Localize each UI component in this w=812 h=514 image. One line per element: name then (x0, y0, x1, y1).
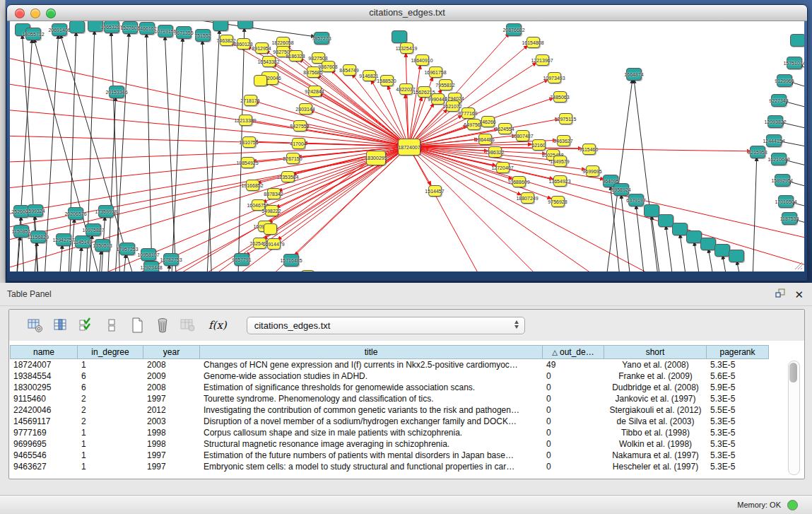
graph-node[interactable] (237, 21, 253, 29)
graph-node[interactable]: 18724007 (398, 139, 420, 156)
graph-node[interactable]: 7955812 (439, 79, 452, 90)
graph-node[interactable]: 20153346 (109, 86, 124, 98)
table-row[interactable]: 911546021997Tourette syndrome. Phenomeno… (10, 393, 769, 404)
table-cell[interactable]: 0 (543, 438, 604, 450)
table-row[interactable]: 977716911998Corpus callosum shape and si… (10, 427, 769, 438)
table-row[interactable]: 2242004622012Investigating the contribut… (10, 404, 769, 416)
table-cell[interactable]: 18300295 (10, 382, 78, 393)
graph-node[interactable]: 12444154 (766, 134, 782, 147)
table-cell[interactable]: Hescheler et al. (1997) (604, 461, 707, 472)
graph-node[interactable]: 9777169 (461, 107, 475, 119)
graph-node[interactable]: 9463627 (557, 135, 570, 146)
column-header-short[interactable]: short (604, 345, 707, 359)
graph-node[interactable]: 18807249 (521, 192, 534, 204)
graph-node[interactable] (714, 244, 730, 257)
table-cell[interactable]: Dudbridge et al. (2008) (604, 382, 707, 393)
graph-node[interactable]: 8878342 (267, 188, 281, 199)
table-cell[interactable]: 9777169 (10, 427, 78, 438)
graph-node[interactable]: 1187533 (782, 212, 797, 225)
table-cell[interactable]: Estimation of the future numbers of pati… (200, 450, 543, 461)
column-header-title[interactable]: title (200, 345, 543, 359)
table-cell[interactable]: Tibbo et al. (1998) (604, 427, 707, 438)
table-cell[interactable]: 5.9E-5 (707, 382, 769, 393)
table-cell[interactable]: Franke et al. (2009) (604, 370, 707, 382)
table-cell[interactable]: 9465546 (10, 450, 78, 461)
graph-node[interactable]: 4822037 (399, 83, 413, 95)
graph-node[interactable]: 7463822 (220, 35, 233, 46)
float-window-icon[interactable] (775, 288, 786, 300)
table-row[interactable]: 1456911722003Disruption of a novel membe… (10, 416, 769, 427)
graph-node[interactable]: 16782753 (163, 253, 179, 266)
graph-node[interactable]: 17957253 (119, 243, 135, 255)
graph-node[interactable]: 9115460 (582, 144, 596, 155)
graph-node[interactable]: 9756928 (551, 196, 565, 207)
table-cell[interactable]: 5.3E-5 (707, 393, 769, 404)
table-row[interactable]: 969969511998Structural magnetic resonanc… (10, 438, 769, 450)
graph-node[interactable] (686, 230, 702, 243)
table-cell[interactable]: 5.3E-5 (707, 438, 769, 450)
graph-node[interactable]: 10653287 (104, 21, 119, 33)
graph-node[interactable]: 1527602 (122, 21, 138, 34)
table-cell[interactable]: 19384554 (10, 370, 78, 382)
graph-node[interactable] (254, 75, 267, 86)
graph-node[interactable]: 15751074 (787, 57, 802, 69)
graph-node[interactable]: 10719155 (158, 25, 173, 37)
table-cell[interactable]: 0 (543, 416, 604, 427)
graph-node[interactable]: 12942757 (56, 233, 71, 246)
graph-node[interactable]: 1150851 (13, 225, 29, 238)
delete-column-icon[interactable] (153, 316, 172, 334)
graph-node[interactable]: 2803144 (299, 103, 312, 115)
column-header-year[interactable]: year (143, 345, 200, 359)
table-cell[interactable]: Yano et al. (2008) (604, 359, 707, 370)
table-cell[interactable]: 1 (78, 461, 143, 472)
table-cell[interactable]: 1 (78, 427, 143, 438)
graph-node[interactable] (672, 223, 688, 235)
table-mode-icon[interactable] (26, 316, 45, 334)
graph-node[interactable]: 12975115 (559, 113, 572, 124)
table-cell[interactable]: 5.3E-5 (707, 461, 769, 472)
table-vertical-scrollbar[interactable] (788, 361, 800, 475)
graph-node[interactable] (264, 223, 277, 235)
show-columns-icon[interactable] (52, 316, 70, 334)
graph-node[interactable]: 10807487 (516, 130, 529, 141)
column-header-in_degree[interactable]: in_degree (78, 345, 143, 359)
table-cell[interactable]: 5.6E-5 (707, 370, 769, 382)
table-cell[interactable]: Stergiakouli et al. (2012) (604, 404, 707, 416)
table-cell[interactable]: 2003 (143, 416, 200, 427)
table-row[interactable]: 1872400712008Changes of HCN gene express… (10, 359, 769, 370)
table-cell[interactable]: Investigating the contribution of common… (200, 404, 543, 416)
graph-node[interactable]: 417004 (292, 138, 305, 149)
graph-node[interactable]: 12720407 (496, 162, 510, 173)
graph-node[interactable]: 7485063 (553, 91, 567, 103)
table-cell[interactable]: 9115460 (10, 393, 78, 404)
graph-node[interactable]: 746266 (481, 116, 495, 127)
table-cell[interactable]: 5.3E-5 (707, 450, 769, 461)
table-cell[interactable]: Disruption of a novel member of a sodium… (200, 416, 543, 427)
graph-node[interactable]: 1810755 (242, 136, 256, 148)
graph-node[interactable]: 5498222 (265, 205, 278, 216)
graph-node[interactable]: 1364486 (478, 134, 492, 145)
graph-node[interactable]: 19166852 (246, 180, 259, 191)
column-header-name[interactable]: name (10, 345, 78, 359)
table-cell[interactable]: 0 (543, 450, 604, 461)
table-cell[interactable]: 6 (78, 382, 143, 393)
table-cell[interactable]: 1998 (143, 427, 200, 438)
graph-node[interactable]: 9146821 (363, 70, 376, 81)
table-cell[interactable]: Changes of HCN gene expression and I(f) … (200, 359, 543, 370)
table-row[interactable]: 946554611997Estimation of the future num… (10, 450, 769, 461)
table-cell[interactable]: 49 (543, 359, 604, 370)
graph-node[interactable] (700, 238, 716, 250)
graph-node[interactable]: 10958107 (141, 248, 156, 261)
import-table-icon[interactable] (179, 316, 197, 334)
table-cell[interactable]: 1997 (143, 450, 200, 461)
table-cell[interactable]: 0 (543, 427, 604, 438)
table-cell[interactable]: 9699695 (10, 438, 78, 450)
table-cell[interactable]: Nakamura et al. (1997) (604, 450, 707, 461)
table-cell[interactable]: 1 (78, 359, 143, 370)
graph-node[interactable]: 8215958 (750, 146, 765, 158)
graph-node[interactable]: 20876682 (506, 23, 522, 36)
close-panel-icon[interactable]: ✕ (794, 289, 804, 300)
graph-node[interactable] (301, 270, 314, 271)
resize-grip-icon[interactable] (793, 260, 803, 270)
network-window-titlebar[interactable]: citations_edges.txt (7, 5, 807, 21)
